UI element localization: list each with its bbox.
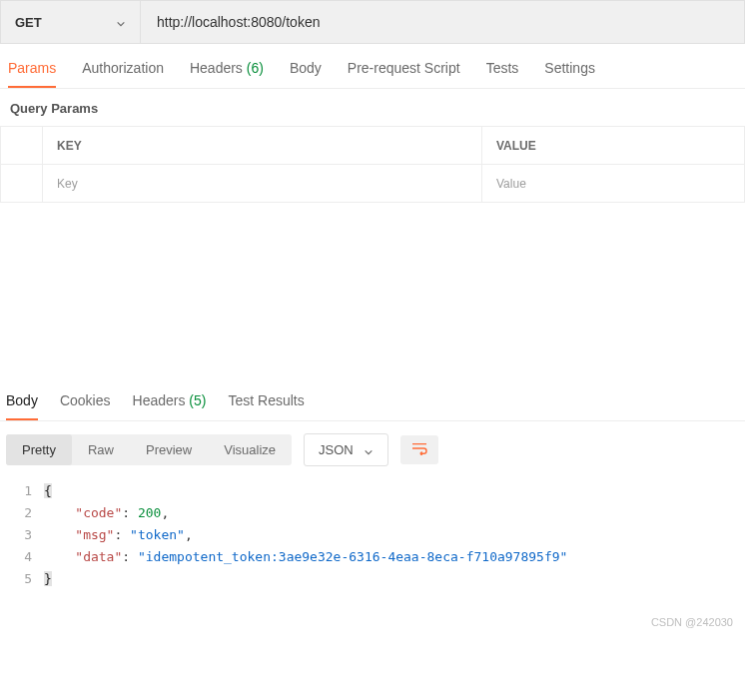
content-type-label: JSON xyxy=(319,442,354,457)
tab-headers-count: (6) xyxy=(247,60,264,76)
resp-tab-headers-label: Headers xyxy=(133,392,186,408)
tab-params[interactable]: Params xyxy=(8,60,56,88)
line-number: 2 xyxy=(0,502,44,524)
chevron-down-icon xyxy=(364,445,373,455)
table-row[interactable]: Key Value xyxy=(1,165,745,203)
response-tabs: Body Cookies Headers (5) Test Results xyxy=(0,392,745,421)
col-key-header: KEY xyxy=(43,127,482,165)
tab-headers-label: Headers xyxy=(190,60,243,76)
chevron-down-icon xyxy=(116,17,126,27)
wrap-lines-button[interactable] xyxy=(400,435,438,464)
line-number: 3 xyxy=(0,524,44,546)
view-pretty-button[interactable]: Pretty xyxy=(6,434,72,465)
resp-tab-body[interactable]: Body xyxy=(6,392,38,420)
spacer xyxy=(0,203,745,392)
tab-authorization[interactable]: Authorization xyxy=(82,60,164,88)
line-number: 4 xyxy=(0,546,44,568)
http-method-select[interactable]: GET xyxy=(1,1,141,43)
wrap-icon xyxy=(410,441,428,458)
view-controls: Pretty Raw Preview Visualize JSON xyxy=(0,421,745,476)
view-visualize-button[interactable]: Visualize xyxy=(208,434,292,465)
row-checkbox-cell[interactable] xyxy=(1,165,43,203)
view-raw-button[interactable]: Raw xyxy=(72,434,130,465)
resp-tab-cookies[interactable]: Cookies xyxy=(60,392,111,420)
tab-tests[interactable]: Tests xyxy=(486,60,519,88)
resp-tab-test-results[interactable]: Test Results xyxy=(228,392,304,420)
value-cell[interactable]: Value xyxy=(482,165,745,203)
query-params-table: KEY VALUE Key Value xyxy=(0,126,745,203)
tab-body[interactable]: Body xyxy=(290,60,322,88)
tab-headers[interactable]: Headers (6) xyxy=(190,60,264,88)
col-value-header: VALUE xyxy=(482,127,745,165)
view-preview-button[interactable]: Preview xyxy=(130,434,208,465)
request-tabs: Params Authorization Headers (6) Body Pr… xyxy=(0,44,745,89)
http-method-label: GET xyxy=(15,15,42,30)
line-number: 1 xyxy=(0,480,44,502)
line-number: 5 xyxy=(0,568,44,590)
url-input[interactable] xyxy=(141,1,744,43)
key-cell[interactable]: Key xyxy=(43,165,482,203)
response-body[interactable]: 1 { 2 "code": 200, 3 "msg": "token", 4 "… xyxy=(0,476,745,610)
resp-tab-headers[interactable]: Headers (5) xyxy=(133,392,207,420)
tab-prerequest[interactable]: Pre-request Script xyxy=(348,60,460,88)
col-checkbox xyxy=(1,127,43,165)
content-type-select[interactable]: JSON xyxy=(304,433,388,466)
query-params-heading: Query Params xyxy=(0,89,745,126)
tab-settings[interactable]: Settings xyxy=(544,60,595,88)
resp-tab-headers-count: (5) xyxy=(189,392,206,408)
watermark: CSDN @242030 xyxy=(0,610,745,634)
view-segmented: Pretty Raw Preview Visualize xyxy=(6,434,292,465)
